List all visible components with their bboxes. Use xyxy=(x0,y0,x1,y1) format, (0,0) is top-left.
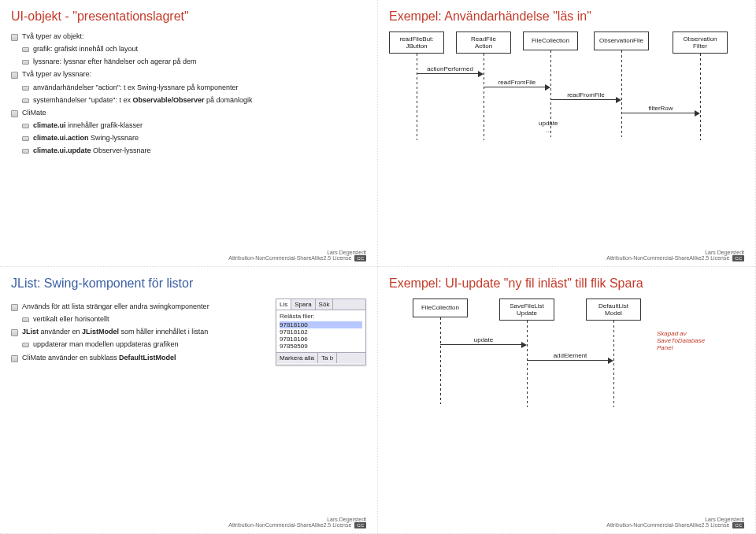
footer: Lars Degerstedt Attribution-NonCommercia… xyxy=(606,250,744,261)
lifeline-box: FileCollection xyxy=(413,299,468,317)
jlist-screenshot: Lis Spara Sök Relästa filer: 97818100 97… xyxy=(276,299,366,365)
tab[interactable]: Spara xyxy=(291,299,315,310)
slide2-title: Exempel: Användarhändelse "läs in" xyxy=(389,9,744,24)
slide3-list: Används för att lista strängar eller and… xyxy=(11,299,265,365)
cc-badge-icon: CC xyxy=(354,522,366,528)
list-item: Två typer av objekt: xyxy=(11,32,366,41)
list-item: climate.ui.action Swing-lyssnare xyxy=(22,133,366,143)
list-row[interactable]: 97818102 xyxy=(280,328,362,336)
lifeline-box: ReadFileAction xyxy=(456,32,511,54)
footer: Lars Degerstedt Attribution-NonCommercia… xyxy=(228,250,366,261)
slide-jlist: JList: Swing-komponent för listor Använd… xyxy=(0,267,378,534)
slide1-title: UI-objekt - "presentationslagret" xyxy=(11,9,366,24)
list-item: grafik: grafiskt innehåll och layout xyxy=(22,44,366,54)
list-row[interactable]: 97818106 xyxy=(280,336,362,343)
slide-exempel-las-in: Exempel: Användarhändelse "läs in" readF… xyxy=(378,0,756,267)
panel-label: Relästa filer: xyxy=(280,313,362,320)
seq-arrow: filterRow xyxy=(621,106,700,116)
cc-badge-icon: CC xyxy=(354,255,366,261)
seq-arrow: actionPerformed xyxy=(417,67,484,76)
slide-ui-objekt: UI-objekt - "presentationslagret" Två ty… xyxy=(0,0,378,267)
cc-badge-icon: CC xyxy=(732,255,744,261)
tabs: Lis Spara Sök xyxy=(276,299,365,310)
list-item: uppdaterar man modellen uppdateras grafi… xyxy=(22,339,265,349)
list-item: lyssnare: lyssnar efter händelser och ag… xyxy=(22,57,366,66)
list-item: climate.ui innehåller grafik-klasser xyxy=(22,121,366,130)
file-list[interactable]: 97818100 97818102 97818106 97858509 xyxy=(280,321,362,350)
list-item: Används för att lista strängar eller and… xyxy=(11,302,265,311)
seq-arrow: readFromFile xyxy=(550,93,621,102)
slide3-title: JList: Swing-komponent för listor xyxy=(11,276,366,291)
panel-buttons: Markera alla Ta b xyxy=(276,352,365,363)
tab[interactable]: Lis xyxy=(276,299,291,310)
list-item: JList använder en JListModel som håller … xyxy=(11,327,265,336)
seq-note: Skapad avSaveToDatabasePanel xyxy=(657,330,728,351)
slide-exempel-ui-update: Exempel: UI-update "ny fil inläst" till … xyxy=(378,267,756,534)
list-item: systemhändelser "update": t ex Observabl… xyxy=(22,95,366,105)
lifeline-box: SaveFileListUpdate xyxy=(499,299,554,321)
footer: Lars Degerstedt Attribution-NonCommercia… xyxy=(606,517,744,528)
sequence-diagram: readFileBut:JButton ReadFileAction FileC… xyxy=(389,32,744,150)
list-item: CliMate använder en subklass DefaultList… xyxy=(11,353,265,362)
button[interactable]: Markera alla xyxy=(276,353,318,363)
list-item: vertikalt eller horisontellt xyxy=(22,314,265,324)
lifeline-box: ObservationFilter xyxy=(673,32,728,54)
tab[interactable]: Sök xyxy=(316,299,334,310)
seq-arrow: addElement xyxy=(527,354,613,363)
slide1-list: Två typer av objekt: grafik: grafiskt in… xyxy=(11,32,366,155)
list-item: användarhändelser "action": t ex Swing-l… xyxy=(22,83,366,92)
sequence-diagram: FileCollection SaveFileListUpdate Defaul… xyxy=(389,299,744,409)
lifeline-box: FileCollection xyxy=(523,32,578,50)
list-item: CliMate xyxy=(11,108,366,117)
lifeline-box: ObservationFile xyxy=(594,32,649,50)
list-item: climate.ui.update Observer-lyssnare xyxy=(22,146,366,155)
list-row[interactable]: 97858509 xyxy=(280,343,362,350)
list-row[interactable]: 97818100 xyxy=(280,321,362,328)
slide4-title: Exempel: UI-update "ny fil inläst" till … xyxy=(389,276,744,291)
lifeline-box: readFileBut:JButton xyxy=(389,32,444,54)
seq-arrow: readFromFile xyxy=(484,80,550,90)
lifeline-box: DefaultListModel xyxy=(586,299,641,321)
seq-arrow: update xyxy=(440,338,527,347)
cc-badge-icon: CC xyxy=(732,522,744,528)
button[interactable]: Ta b xyxy=(318,353,337,363)
list-item: Två typer av lyssnare: xyxy=(11,69,366,79)
seq-label: update… xyxy=(539,120,558,134)
footer: Lars Degerstedt Attribution-NonCommercia… xyxy=(228,517,366,528)
